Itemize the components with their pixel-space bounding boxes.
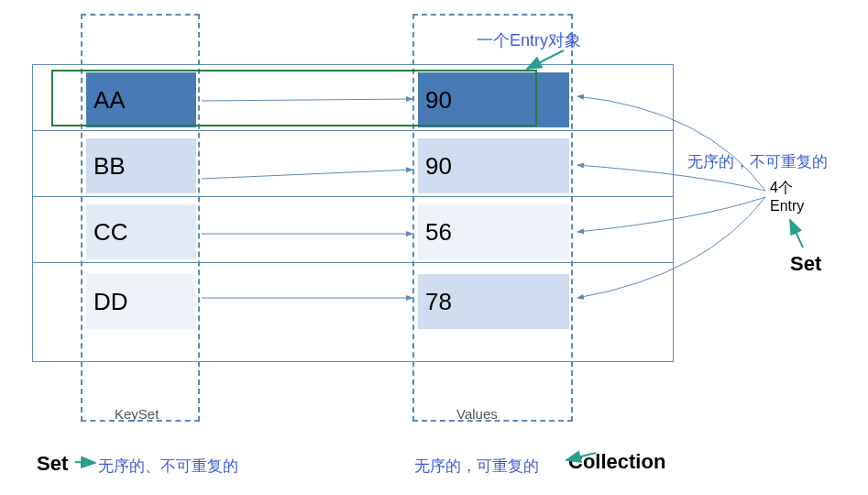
diagram-container: AA 90 BB 90 CC 56 DD 78 — [32, 64, 839, 362]
value-cell: 90 — [418, 72, 569, 127]
arrow-icon — [75, 462, 95, 463]
values-label: Values — [456, 406, 498, 422]
collection-label: Collection — [568, 450, 665, 474]
key-cell: BB — [86, 138, 196, 193]
value-cell: 56 — [418, 204, 569, 259]
unordered-unique-label: 无序的，不可重复的 — [687, 151, 828, 172]
bottom-collection-desc: 无序的，可重复的 — [414, 456, 539, 477]
table-row: DD 78 — [33, 263, 673, 335]
table-row: BB 90 — [33, 131, 673, 197]
value-cell: 78 — [418, 274, 569, 329]
key-cell: AA — [86, 72, 196, 127]
value-cell: 90 — [418, 138, 569, 193]
keyset-label: KeySet — [115, 406, 159, 422]
set-label: Set — [790, 252, 821, 276]
table-row: AA 90 — [33, 65, 673, 131]
four-entry-label: 4个 Entry — [770, 179, 804, 214]
key-cell: CC — [86, 204, 196, 259]
key-cell: DD — [86, 274, 196, 329]
bottom-set-desc: 无序的、不可重复的 — [98, 456, 238, 477]
map-table: AA 90 BB 90 CC 56 DD 78 — [32, 64, 674, 362]
bottom-set-label: Set — [37, 452, 68, 476]
table-row: CC 56 — [33, 197, 673, 263]
entry-object-label: 一个Entry对象 — [477, 29, 581, 51]
